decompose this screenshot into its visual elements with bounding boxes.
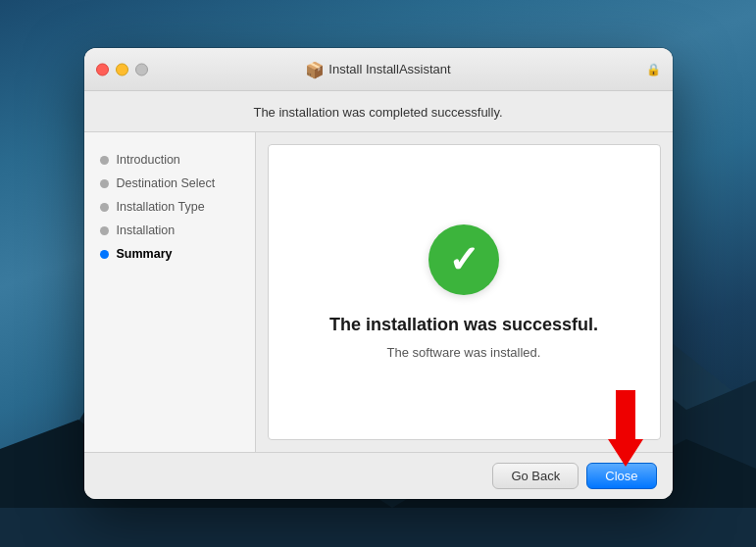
- window-icon: 📦: [305, 61, 323, 78]
- installer-window: 📦 Install InstallAssistant 🔒 The install…: [84, 48, 673, 499]
- sidebar-dot-introduction: [100, 156, 109, 165]
- sidebar-dot-summary: [100, 250, 109, 259]
- arrow-head: [608, 439, 643, 467]
- success-subtitle: The software was installed.: [387, 345, 541, 360]
- footer: Go Back Close: [84, 452, 673, 499]
- title-bar: 📦 Install InstallAssistant 🔒: [84, 48, 673, 91]
- svg-rect-6: [0, 508, 756, 547]
- sidebar-item-destination-select: Destination Select: [84, 172, 255, 195]
- traffic-lights: [96, 63, 148, 75]
- minimize-button[interactable]: [116, 63, 128, 75]
- sidebar-item-installation: Installation: [84, 219, 255, 242]
- lock-icon: 🔒: [646, 63, 661, 76]
- window-title: 📦 Install InstallAssistant: [305, 61, 450, 78]
- maximize-button[interactable]: [135, 63, 148, 75]
- content-area: Introduction Destination Select Installa…: [84, 132, 673, 452]
- sidebar-item-installation-type: Installation Type: [84, 195, 255, 219]
- go-back-button[interactable]: Go Back: [492, 463, 579, 489]
- arrow-shaft: [616, 390, 635, 439]
- sidebar: Introduction Destination Select Installa…: [84, 132, 256, 452]
- success-icon: ✓: [428, 224, 499, 295]
- sidebar-dot-installation-type: [100, 203, 109, 212]
- close-button[interactable]: [96, 63, 109, 75]
- close-installer-button[interactable]: Close: [586, 463, 656, 489]
- checkmark-icon: ✓: [448, 241, 479, 278]
- sidebar-dot-installation: [100, 226, 109, 235]
- sidebar-dot-destination-select: [100, 179, 109, 188]
- red-arrow-container: [608, 390, 643, 467]
- top-message: The installation was completed successfu…: [84, 91, 673, 132]
- success-title: The installation was successful.: [329, 315, 598, 335]
- main-content: ✓ The installation was successful. The s…: [269, 145, 660, 439]
- main-panel: ✓ The installation was successful. The s…: [268, 144, 661, 440]
- sidebar-item-introduction: Introduction: [84, 148, 255, 172]
- sidebar-item-summary: Summary: [84, 242, 255, 266]
